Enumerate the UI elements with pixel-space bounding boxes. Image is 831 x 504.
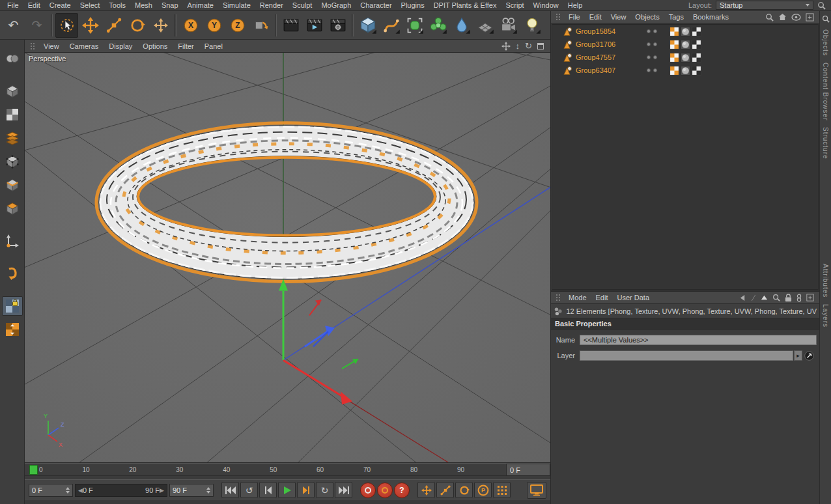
- menu-item[interactable]: Plugins: [397, 1, 429, 10]
- uvw-tag-icon[interactable]: [692, 40, 701, 49]
- null-object-icon[interactable]: [563, 53, 572, 63]
- render-visibility-dot[interactable]: [653, 42, 657, 46]
- key-scale-button[interactable]: [436, 482, 454, 498]
- lock-icon[interactable]: [785, 294, 792, 302]
- object-row[interactable]: Group47557: [552, 51, 818, 64]
- autokey-button[interactable]: [377, 483, 393, 498]
- coordinate-system-button[interactable]: [249, 13, 272, 38]
- side-tab[interactable]: Layers: [822, 304, 829, 328]
- render-settings-button[interactable]: [326, 13, 349, 38]
- side-tab[interactable]: Structure: [822, 127, 829, 160]
- maximize-view-icon[interactable]: [537, 43, 544, 49]
- lock-x-axis-button[interactable]: X: [179, 13, 202, 38]
- editor-visibility-dot[interactable]: [647, 42, 651, 46]
- name-input[interactable]: <<Multiple Values>>: [580, 335, 817, 345]
- texture-tag-icon[interactable]: [669, 40, 679, 49]
- search-icon[interactable]: [817, 1, 826, 10]
- rotate-tool-button[interactable]: [126, 13, 148, 38]
- menu-item[interactable]: Script: [501, 1, 528, 10]
- add-spline-button[interactable]: [380, 13, 402, 38]
- layout-select[interactable]: Startup: [716, 1, 813, 10]
- model-mode-button[interactable]: [2, 81, 23, 101]
- attribute-manager-menu-item[interactable]: Edit: [591, 292, 613, 303]
- object-manager-menu-item[interactable]: View: [606, 12, 631, 22]
- texture-tag-icon[interactable]: [669, 27, 679, 36]
- menu-item[interactable]: Animate: [183, 1, 218, 10]
- panel-grip[interactable]: [556, 294, 561, 301]
- phong-tag-icon[interactable]: [681, 27, 690, 36]
- current-frame-box[interactable]: 0 F: [506, 464, 550, 476]
- timeline-ruler[interactable]: 0102030405060708090 0 F: [25, 463, 550, 476]
- live-selection-button[interactable]: [55, 13, 78, 38]
- layer-expand-button[interactable]: ▸: [794, 350, 802, 361]
- last-tool-button[interactable]: [149, 13, 172, 38]
- texture-mode-button[interactable]: [2, 105, 23, 124]
- key-position-button[interactable]: [417, 482, 435, 498]
- uvw-tag-icon[interactable]: [692, 66, 701, 76]
- add-deformer-button[interactable]: [427, 13, 449, 38]
- object-manager-menu-item[interactable]: Tags: [664, 12, 688, 22]
- edges-mode-button[interactable]: [2, 175, 23, 195]
- add-generator-button[interactable]: [403, 13, 426, 38]
- object-name[interactable]: Group31706: [576, 40, 617, 48]
- viewport-menu-item[interactable]: Cameras: [64, 41, 104, 51]
- render-picture-viewer-button[interactable]: [303, 13, 326, 38]
- orbit-icon[interactable]: ↻: [525, 42, 532, 50]
- timeline-playhead[interactable]: [29, 465, 38, 475]
- record-keyframe-button[interactable]: [360, 483, 376, 498]
- play-button[interactable]: [278, 482, 296, 498]
- menu-item[interactable]: Help: [563, 1, 587, 10]
- side-tab[interactable]: Objects: [822, 29, 829, 56]
- menu-item[interactable]: Snap: [157, 1, 183, 10]
- stepper-icon[interactable]: [66, 487, 70, 494]
- snapping-button[interactable]: [2, 296, 23, 316]
- object-manager-menu-item[interactable]: Bookmarks: [688, 12, 733, 22]
- object-manager-menu-item[interactable]: File: [564, 12, 585, 22]
- layer-input[interactable]: [580, 350, 793, 361]
- menu-item[interactable]: MoGraph: [317, 1, 356, 10]
- attribute-manager-menu-item[interactable]: Mode: [564, 292, 591, 303]
- previous-key-button[interactable]: ↺: [240, 482, 258, 498]
- menu-item[interactable]: Sculpt: [288, 1, 317, 10]
- range-right-arrow-icon[interactable]: ▶: [160, 487, 164, 494]
- object-row[interactable]: Group63407: [552, 64, 818, 77]
- previous-frame-button[interactable]: [259, 482, 277, 498]
- move-tool-button[interactable]: [79, 13, 102, 38]
- render-visibility-dot[interactable]: [653, 55, 657, 59]
- key-parameter-button[interactable]: P: [474, 482, 492, 498]
- history-back-icon[interactable]: [739, 294, 746, 301]
- menu-item[interactable]: Create: [45, 1, 76, 10]
- new-panel-icon[interactable]: [806, 294, 814, 301]
- menu-item[interactable]: Window: [529, 1, 563, 10]
- menu-item[interactable]: Render: [255, 1, 288, 10]
- key-pla-button[interactable]: [493, 482, 511, 498]
- add-light-button[interactable]: [520, 13, 543, 38]
- render-preview-button[interactable]: [527, 482, 546, 499]
- object-manager-menu-item[interactable]: Objects: [630, 12, 664, 22]
- polygons-mode-button[interactable]: [2, 199, 23, 218]
- lock-y-axis-button[interactable]: Y: [203, 13, 225, 38]
- add-cube-button[interactable]: [356, 13, 379, 38]
- goto-end-button[interactable]: [335, 482, 352, 498]
- lock-z-axis-button[interactable]: Z: [226, 13, 249, 38]
- phong-tag-icon[interactable]: [681, 53, 690, 63]
- points-mode-button[interactable]: [2, 152, 23, 171]
- null-object-icon[interactable]: [563, 27, 572, 36]
- menu-item[interactable]: Mesh: [130, 1, 157, 10]
- section-header[interactable]: Basic Properties: [551, 318, 819, 329]
- move-gizmo[interactable]: [279, 279, 358, 404]
- next-key-button[interactable]: ↻: [316, 482, 333, 498]
- object-row[interactable]: Group15854: [552, 25, 818, 38]
- axis-modification-button[interactable]: [2, 264, 23, 283]
- goto-start-button[interactable]: [221, 482, 239, 498]
- null-object-icon[interactable]: [563, 40, 572, 49]
- panel-grip[interactable]: [30, 42, 36, 50]
- editor-visibility-dot[interactable]: [647, 68, 651, 72]
- key-rotation-button[interactable]: [455, 482, 473, 498]
- phong-tag-icon[interactable]: [681, 40, 690, 49]
- add-camera-button[interactable]: [497, 13, 520, 38]
- workplane-snapping-button[interactable]: [2, 320, 23, 339]
- panel-grip[interactable]: [556, 13, 561, 21]
- current-frame-field[interactable]: 0 F: [29, 484, 73, 497]
- render-visibility-dot[interactable]: [653, 68, 657, 72]
